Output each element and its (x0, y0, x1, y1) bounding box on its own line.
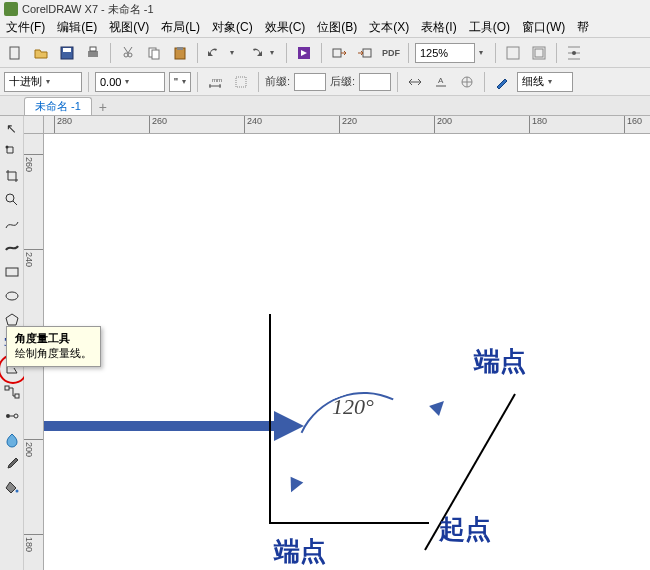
ruler-tick: 180 (24, 534, 44, 552)
import-button[interactable] (328, 42, 350, 64)
menu-text[interactable]: 文本(X) (369, 19, 409, 36)
new-button[interactable] (4, 42, 26, 64)
menu-bitmap[interactable]: 位图(B) (317, 19, 357, 36)
svg-point-28 (15, 490, 18, 493)
transparency-tool[interactable] (2, 430, 22, 450)
menu-object[interactable]: 对象(C) (212, 19, 253, 36)
menu-bar: 文件(F) 编辑(E) 视图(V) 布局(L) 对象(C) 效果(C) 位图(B… (0, 18, 650, 38)
align-button[interactable] (563, 42, 585, 64)
print-button[interactable] (82, 42, 104, 64)
options-button[interactable] (528, 42, 550, 64)
menu-edit[interactable]: 编辑(E) (57, 19, 97, 36)
ellipse-tool[interactable] (2, 286, 22, 306)
eyedropper-tool[interactable] (2, 454, 22, 474)
svg-text:A: A (438, 76, 444, 85)
svg-rect-25 (15, 394, 19, 398)
app-logo-icon (4, 2, 18, 16)
svg-rect-0 (10, 47, 19, 59)
svg-rect-22 (6, 268, 18, 276)
separator (321, 43, 322, 63)
undo-dropdown[interactable]: ▾ (230, 48, 240, 57)
menu-table[interactable]: 表格(I) (421, 19, 456, 36)
menu-layout[interactable]: 布局(L) (161, 19, 200, 36)
auto-dim-button[interactable]: mm (204, 72, 226, 92)
svg-rect-24 (5, 386, 9, 390)
launch-button[interactable] (293, 42, 315, 64)
units-combo[interactable]: 十进制▾ (4, 72, 82, 92)
copy-button[interactable] (143, 42, 165, 64)
publish-pdf-button[interactable]: PDF (380, 42, 402, 64)
zoom-input[interactable] (415, 43, 475, 63)
horizontal-ruler[interactable]: 280 260 240 220 200 180 160 (44, 116, 650, 134)
ruler-corner[interactable] (24, 116, 44, 134)
extension-button[interactable] (456, 72, 478, 92)
interactive-tool[interactable] (2, 406, 22, 426)
menu-window[interactable]: 窗口(W) (522, 19, 565, 36)
svg-point-26 (6, 414, 10, 418)
crop-tool[interactable] (2, 166, 22, 186)
text-position-button[interactable]: A (430, 72, 452, 92)
menu-effect[interactable]: 效果(C) (265, 19, 306, 36)
show-units-button[interactable] (230, 72, 252, 92)
dimension-line (269, 314, 271, 524)
add-tab-button[interactable]: + (94, 99, 112, 115)
svg-point-21 (6, 194, 14, 202)
snap-button[interactable] (502, 42, 524, 64)
menu-file[interactable]: 文件(F) (6, 19, 45, 36)
redo-button[interactable] (244, 42, 266, 64)
menu-view[interactable]: 视图(V) (109, 19, 149, 36)
artistic-media-tool[interactable] (2, 238, 22, 258)
prefix-label: 前缀: (265, 74, 290, 89)
separator (197, 72, 198, 92)
open-button[interactable] (30, 42, 52, 64)
shape-tool[interactable] (2, 142, 22, 162)
paste-button[interactable] (169, 42, 191, 64)
separator (110, 43, 111, 63)
endpoint-label: 端点 (274, 534, 326, 569)
separator (556, 43, 557, 63)
svg-point-20 (5, 146, 8, 149)
precision-combo[interactable]: 0.00▾ (95, 72, 165, 92)
zoom-tool[interactable] (2, 190, 22, 210)
zoom-dropdown[interactable]: ▾ (479, 48, 489, 57)
rectangle-tool[interactable] (2, 262, 22, 282)
menu-help[interactable]: 帮 (577, 19, 589, 36)
prefix-input[interactable] (294, 73, 326, 91)
drawing-canvas[interactable]: 120° 端点 起点 端点 (44, 134, 650, 570)
svg-text:mm: mm (212, 77, 222, 83)
property-bar: 十进制▾ 0.00▾ "▾ mm 前缀: 后缀: A 细线▾ (0, 68, 650, 96)
document-tab[interactable]: 未命名 -1 (24, 97, 92, 115)
ruler-tick: 240 (24, 249, 44, 267)
separator (495, 43, 496, 63)
svg-point-15 (572, 51, 576, 55)
export-button[interactable] (354, 42, 376, 64)
separator (397, 72, 398, 92)
ruler-tick: 260 (24, 154, 44, 172)
startpoint-label: 起点 (439, 512, 491, 547)
freehand-tool[interactable] (2, 214, 22, 234)
suffix-input[interactable] (359, 73, 391, 91)
pick-tool[interactable]: ↖ (2, 118, 22, 138)
svg-rect-14 (535, 49, 543, 57)
outline-pen-button[interactable] (491, 72, 513, 92)
outline-width-combo[interactable]: 细线▾ (517, 72, 573, 92)
undo-button[interactable] (204, 42, 226, 64)
unit-display-combo[interactable]: "▾ (169, 72, 191, 92)
redo-dropdown[interactable]: ▾ (270, 48, 280, 57)
ruler-tick: 180 (529, 116, 547, 134)
separator (258, 72, 259, 92)
connector-tool[interactable] (2, 382, 22, 402)
suffix-label: 后缀: (330, 74, 355, 89)
svg-rect-6 (152, 50, 159, 59)
separator (286, 43, 287, 63)
fill-tool[interactable] (2, 478, 22, 498)
document-tab-bar: 未命名 -1 + (0, 96, 650, 116)
separator (484, 72, 485, 92)
menu-tools[interactable]: 工具(O) (469, 19, 510, 36)
cut-button[interactable] (117, 42, 139, 64)
svg-rect-12 (507, 47, 519, 59)
save-button[interactable] (56, 42, 78, 64)
annotation-arrow-icon (44, 414, 304, 438)
ruler-tick: 260 (149, 116, 167, 134)
leader-button[interactable] (404, 72, 426, 92)
